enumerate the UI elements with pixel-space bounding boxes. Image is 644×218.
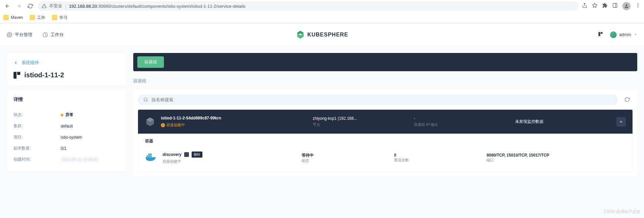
svg-marker-0 [592,3,597,7]
pod-ip: - [414,116,515,121]
tab-pods[interactable]: 容器组 [137,56,164,68]
share-icon[interactable] [582,3,587,9]
logo[interactable]: KUBESPHERE [296,30,348,39]
forward-button[interactable] [15,2,23,10]
container-name[interactable]: discovery [163,152,181,157]
sidebar: 系统组件 istiod-1-11-2 详情 状态: 异常 集群: default… [7,53,127,176]
bookmark-maven[interactable]: Maven [3,15,23,20]
workbench-link[interactable]: 工作台 [43,32,64,38]
status-dot-warning [61,114,63,116]
url-host: 192.168.88.20 [69,4,97,9]
tab-bar: 容器组 [133,53,637,71]
page-title: istiod-1-11-2 [13,71,120,79]
refresh-icon [624,97,630,102]
details-panel: 详情 状态: 异常 集群: default 项目: istio-system 副… [7,90,127,172]
layout-icon[interactable] [598,31,603,38]
app-header: 平台管理 工作台 KUBESPHERE admin [0,23,644,46]
search-box[interactable] [138,94,618,105]
gear-icon [7,32,12,37]
user-avatar-icon [610,31,617,38]
container-restarts: 0 [394,153,486,158]
svg-rect-16 [150,154,152,155]
detail-cluster: 集群: default [13,120,120,132]
probe-badge: 探针 [192,152,202,158]
folder-icon [3,15,9,20]
reload-button[interactable] [26,2,34,10]
url-path: :30880/clusters/default/components/istio… [97,4,246,9]
chevron-left-icon [13,60,18,65]
svg-rect-9 [600,32,602,34]
folder-icon [52,15,57,20]
pod-icon [145,116,156,127]
pods-card: istiod-1-11-2-54dd699c87-99krn i容器创建中 zh… [133,89,637,176]
bookmark-study[interactable]: 学习 [52,15,67,21]
svg-point-5 [638,6,639,7]
svg-point-10 [144,98,147,101]
section-title: 容器组 [133,78,637,84]
pod-monitoring: 未发现监控数据 [515,119,616,125]
content-area: 容器组 容器组 istiod-1-11-2-54dd699c [133,53,637,176]
svg-point-4 [638,5,639,6]
menu-icon[interactable] [635,3,641,9]
component-icon [13,72,20,79]
refresh-button[interactable] [622,94,633,105]
detail-project: 项目: istio-system [13,132,120,143]
main-layout: 系统组件 istiod-1-11-2 详情 状态: 异常 集群: default… [0,46,644,183]
svg-rect-13 [148,155,150,157]
pod-row[interactable]: istiod-1-11-2-54dd699c87-99krn i容器创建中 zh… [138,110,633,134]
url-security-label: 不安全 [49,3,62,9]
pod-name: istiod-1-11-2-54dd699c87-99krn [161,116,313,120]
detail-status: 状态: 异常 [13,109,120,120]
details-title: 详情 [13,97,120,103]
breadcrumb-back[interactable]: 系统组件 [13,60,120,66]
bookmarks-bar: Maven 工作 学习 [0,12,644,23]
platform-management-link[interactable]: 平台管理 [7,32,32,38]
folder-icon [30,15,35,20]
svg-rect-1 [613,3,617,7]
container-ports: 8080/TCP, 15010/TCP, 15017/TCP [486,153,625,158]
star-icon[interactable] [592,3,597,9]
container-section-title: 容器 [145,138,625,144]
url-bar[interactable]: 不安全 | 192.168.88.20:30880/clusters/defau… [38,1,579,11]
pod-node: zhiyong-ksp1 (192.168... [313,116,414,121]
profile-avatar[interactable] [622,2,631,10]
chevron-down-icon [634,33,637,36]
svg-line-11 [147,101,148,102]
svg-rect-14 [150,155,152,157]
warning-icon [42,4,47,8]
chevron-up-icon [619,120,623,124]
bookmark-work[interactable]: 工作 [30,15,45,21]
search-input[interactable] [151,97,612,102]
container-state: 等待中 [302,153,394,158]
browser-toolbar: 不安全 | 192.168.88.20:30880/clusters/defau… [0,0,644,12]
svg-point-6 [9,34,10,35]
container-section: 容器 discovery 探针 [138,134,633,172]
file-icon[interactable] [184,152,189,157]
info-icon: i [161,123,165,127]
container-row: discovery 探针 容器创建中 等待中 状态 0 重启次数 [145,149,625,167]
svg-rect-8 [598,32,600,36]
svg-rect-12 [147,155,148,157]
search-icon [143,97,148,102]
svg-rect-15 [148,154,150,155]
user-menu[interactable]: admin [610,31,637,38]
browser-chrome: 不安全 | 192.168.88.20:30880/clusters/defau… [0,0,644,23]
kubesphere-logo-icon [296,30,305,39]
detail-replicas: 副本数量: 0/1 [13,143,120,154]
detail-created: 创建时间: 2022-09-14 16:38:52 [13,154,120,165]
docker-icon [145,153,157,163]
collapse-button[interactable] [616,117,626,127]
back-button[interactable] [3,2,11,10]
extensions-icon[interactable] [602,3,608,9]
svg-point-3 [638,3,639,4]
side-panel-icon[interactable] [612,3,618,9]
gauge-icon [43,32,48,37]
